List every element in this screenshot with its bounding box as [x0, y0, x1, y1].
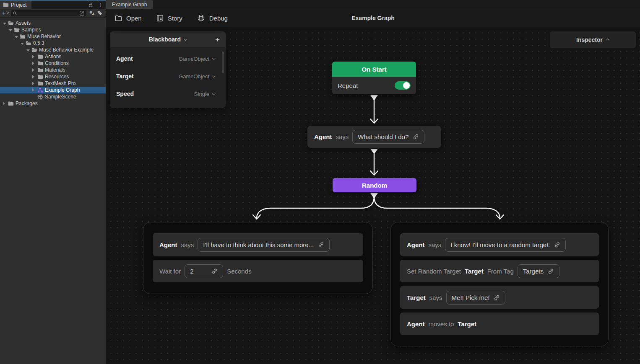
tree-item-resources[interactable]: Resources	[0, 73, 106, 80]
node-group-think[interactable]: Agent says I'll have to think about this…	[143, 222, 373, 294]
kebab-menu-icon[interactable]: ⋮	[98, 2, 103, 8]
chevron-down-icon	[7, 11, 9, 14]
filter-by-label-button[interactable]	[97, 10, 103, 16]
folder-open-icon	[14, 27, 20, 33]
tab-project-label: Project	[11, 2, 26, 8]
variable-type-dropdown[interactable]: GameObject	[179, 56, 215, 62]
open-in-window-icon[interactable]	[79, 10, 85, 16]
tab-project[interactable]: Project	[0, 1, 31, 9]
lock-open-icon[interactable]	[88, 2, 94, 8]
node-on-start[interactable]: On Start Repeat	[332, 62, 416, 94]
caret-collapsed-icon[interactable]	[32, 60, 36, 66]
story-button[interactable]: Story	[156, 14, 182, 22]
project-panel-tabbar: Project ⋮	[0, 0, 106, 9]
dialogue-value-field[interactable]: Me!! Pick me!	[446, 291, 506, 305]
blackboard-body: Agent GameObject Target GameObject Speed	[110, 47, 226, 103]
debug-button[interactable]: Debug	[197, 14, 228, 22]
tree-item-samples[interactable]: Samples	[0, 26, 106, 33]
scrollbar-thumb[interactable]	[222, 52, 224, 73]
graph-tabbar: Example Graph	[106, 0, 640, 9]
caret-expanded-icon[interactable]	[26, 47, 30, 53]
tree-item-muse-behavior[interactable]: Muse Behavior	[0, 33, 106, 40]
add-asset-button[interactable]: +	[2, 10, 8, 16]
project-tree: Assets Samples Muse Behavior 0.5.3 Muse …	[0, 18, 106, 107]
tree-item-conditions[interactable]: Conditions	[0, 60, 106, 67]
tree-item-actions[interactable]: Actions	[0, 53, 106, 60]
blackboard-variable-row[interactable]: Target GameObject	[110, 67, 226, 85]
blackboard-variable-row[interactable]: Agent GameObject	[110, 50, 226, 67]
project-toolbar: + 16	[0, 9, 106, 18]
chevron-down-icon	[212, 74, 215, 77]
on-start-header[interactable]: On Start	[332, 62, 416, 77]
tree-item-example-graph[interactable]: Example Graph	[0, 87, 106, 93]
repeat-toggle[interactable]	[395, 81, 411, 90]
folder-open-icon	[31, 47, 37, 53]
dialogue-value-field[interactable]: I'll have to think about this some more.…	[198, 238, 330, 252]
node-agent-says-think[interactable]: Agent says I'll have to think about this…	[153, 233, 363, 256]
blackboard-header[interactable]: Blackboard +	[110, 31, 226, 47]
tag-value-field[interactable]: Targets	[518, 264, 559, 278]
node-set-random-target[interactable]: Set Random Target Target From Tag Target…	[400, 260, 599, 282]
chevron-down-icon	[212, 57, 215, 60]
dialogue-value-field[interactable]: I know! I'll move to a random target.	[445, 238, 566, 252]
caret-collapsed-icon[interactable]	[32, 74, 36, 80]
folder-icon	[8, 101, 14, 106]
blackboard-title: Blackboard	[149, 36, 181, 43]
node-agent-says-question[interactable]: Agent says What should I do?	[307, 126, 441, 148]
node-agent-says-know[interactable]: Agent says I know! I'll move to a random…	[400, 233, 599, 256]
link-icon[interactable]	[413, 134, 419, 140]
tree-item-version[interactable]: 0.5.3	[0, 40, 106, 46]
tree-item-materials[interactable]: Materials	[0, 67, 106, 73]
tree-item-muse-behavior-example[interactable]: Muse Behavior Example	[0, 46, 106, 53]
caret-expanded-icon[interactable]	[3, 20, 6, 26]
caret-collapsed-icon[interactable]	[3, 101, 6, 106]
folder-icon	[37, 61, 43, 66]
open-button[interactable]: Open	[114, 14, 142, 22]
variable-type-dropdown[interactable]: Single	[194, 91, 215, 97]
folder-open-icon	[8, 21, 14, 26]
graph-title: Example Graph	[106, 15, 640, 21]
filter-by-type-button[interactable]	[89, 10, 95, 16]
folder-open-icon	[20, 34, 26, 39]
node-random[interactable]: Random	[333, 178, 416, 192]
chevron-down-icon	[184, 37, 187, 41]
project-panel: Project ⋮ + 16 Assets	[0, 0, 106, 364]
link-icon[interactable]	[318, 242, 324, 248]
graph-canvas[interactable]: Blackboard + Agent GameObject Target Gam…	[106, 27, 640, 364]
caret-expanded-icon[interactable]	[21, 40, 24, 46]
chevron-up-icon	[606, 38, 609, 41]
folder-icon	[37, 81, 43, 86]
graph-panel: Example Graph Example Graph Open Story D…	[106, 0, 640, 364]
node-group-move[interactable]: Agent says I know! I'll move to a random…	[390, 222, 609, 346]
dialogue-value-field[interactable]: What should I do?	[352, 130, 424, 144]
node-wait[interactable]: Wait for 2 Seconds	[153, 260, 363, 282]
caret-expanded-icon[interactable]	[15, 34, 18, 39]
caret-expanded-icon[interactable]	[9, 27, 12, 33]
blackboard-add-button[interactable]: +	[215, 36, 220, 44]
link-icon[interactable]	[548, 268, 554, 274]
node-target-says[interactable]: Target says Me!! Pick me!	[400, 286, 599, 309]
tab-example-graph[interactable]: Example Graph	[106, 0, 153, 9]
filter-by-type-icon	[89, 10, 95, 16]
link-icon[interactable]	[494, 294, 500, 301]
caret-collapsed-icon[interactable]	[32, 54, 36, 59]
scene-icon	[37, 94, 43, 100]
folder-icon	[37, 74, 43, 80]
link-icon[interactable]	[211, 268, 218, 274]
tree-item-samplescene[interactable]: SampleScene	[0, 93, 106, 100]
tree-item-assets[interactable]: Assets	[0, 20, 106, 26]
inspector-toggle-button[interactable]: Inspector	[550, 31, 636, 48]
blackboard-variable-row[interactable]: Speed Single	[110, 85, 226, 103]
caret-collapsed-icon[interactable]	[32, 80, 36, 86]
folder-open-icon	[26, 41, 31, 46]
wait-duration-field[interactable]: 2	[185, 264, 223, 278]
link-icon[interactable]	[554, 242, 560, 248]
variable-type-dropdown[interactable]: GameObject	[179, 73, 215, 80]
caret-collapsed-icon[interactable]	[32, 87, 36, 93]
caret-collapsed-icon[interactable]	[32, 67, 36, 73]
tree-item-packages[interactable]: Packages	[0, 100, 106, 107]
node-agent-moves-to[interactable]: Agent moves to Target	[400, 312, 599, 335]
tree-item-textmesh-pro[interactable]: TextMesh Pro	[0, 80, 106, 87]
search-field[interactable]	[11, 10, 86, 16]
search-input[interactable]	[18, 10, 78, 15]
